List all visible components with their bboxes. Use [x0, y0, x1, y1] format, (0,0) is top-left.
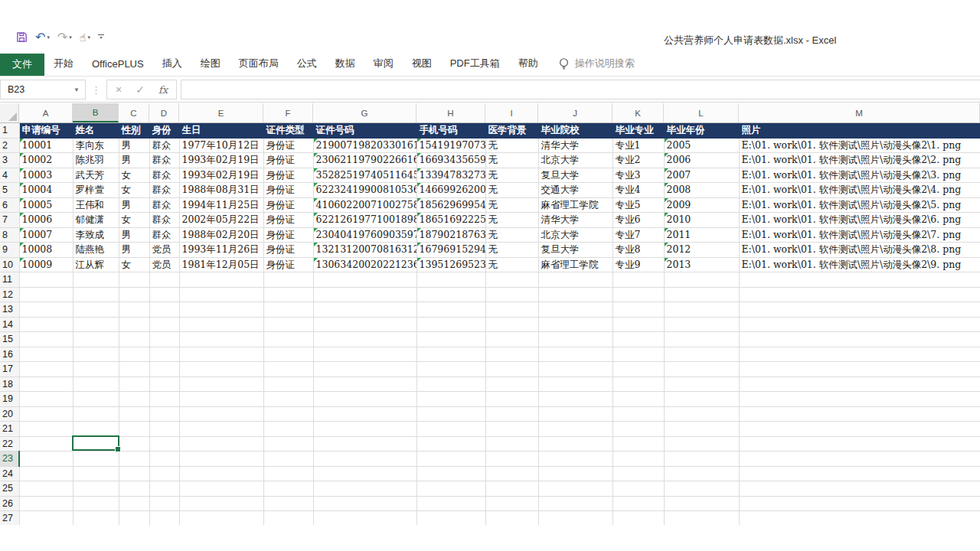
- cell-A13[interactable]: [19, 302, 73, 318]
- cell-F19[interactable]: [263, 392, 313, 407]
- name-box[interactable]: B23 ▼: [0, 80, 86, 99]
- cell-I24[interactable]: [485, 466, 538, 481]
- cell-G26[interactable]: [313, 496, 416, 511]
- tab-data[interactable]: 数据: [326, 57, 364, 70]
- cell-M3[interactable]: E:\01. work\01. 软件测试\照片\动漫头像2\2. png: [739, 153, 980, 168]
- cell-L19[interactable]: [664, 392, 739, 407]
- cell-H23[interactable]: [416, 452, 485, 467]
- cell-A16[interactable]: [19, 347, 73, 362]
- cell-E21[interactable]: [179, 422, 263, 437]
- cell-G1[interactable]: 证件号码: [313, 123, 416, 138]
- cell-I25[interactable]: [485, 481, 538, 497]
- cell-F24[interactable]: [263, 466, 313, 481]
- cell-G5[interactable]: 622324199008105364: [313, 183, 416, 198]
- cell-M22[interactable]: [739, 436, 980, 452]
- cell-L24[interactable]: [664, 466, 739, 481]
- cell-A5[interactable]: 10004: [19, 183, 73, 198]
- cell-I2[interactable]: 无: [485, 138, 538, 153]
- cell-E20[interactable]: [179, 406, 263, 422]
- cell-F26[interactable]: [263, 496, 313, 511]
- cell-J26[interactable]: [538, 496, 612, 511]
- cell-D20[interactable]: [149, 406, 179, 422]
- cell-E22[interactable]: [179, 436, 263, 452]
- cell-J9[interactable]: 复旦大学: [538, 243, 612, 258]
- cell-K12[interactable]: [612, 287, 664, 302]
- cell-B13[interactable]: [73, 302, 119, 318]
- undo-button[interactable]: ↶ ▾: [33, 31, 52, 44]
- cell-J3[interactable]: 北京大学: [538, 153, 612, 168]
- cell-E10[interactable]: 1981年12月05日: [179, 257, 263, 272]
- cell-F5[interactable]: 身份证: [263, 183, 313, 198]
- cell-I6[interactable]: 无: [485, 197, 538, 213]
- cell-L26[interactable]: [664, 496, 739, 511]
- cell-B21[interactable]: [73, 422, 119, 437]
- cell-B4[interactable]: 武天芳: [73, 168, 119, 183]
- cell-D24[interactable]: [149, 466, 179, 481]
- cell-I11[interactable]: [485, 272, 538, 288]
- cell-D27[interactable]: [149, 511, 179, 526]
- cell-E16[interactable]: [179, 347, 263, 362]
- cell-D1[interactable]: 身份: [149, 123, 179, 138]
- cell-A27[interactable]: [19, 511, 73, 526]
- cell-H22[interactable]: [416, 436, 485, 452]
- cell-L23[interactable]: [664, 452, 739, 467]
- row-header-9[interactable]: 9: [0, 243, 19, 258]
- cell-B16[interactable]: [73, 347, 119, 362]
- cell-J15[interactable]: [538, 332, 612, 347]
- cell-B6[interactable]: 王伟和: [73, 197, 119, 213]
- cell-G9[interactable]: 132131200708163129: [313, 243, 416, 258]
- row-header-7[interactable]: 7: [0, 213, 19, 228]
- cell-E14[interactable]: [179, 317, 263, 332]
- cell-K23[interactable]: [612, 452, 664, 467]
- row-header-15[interactable]: 15: [0, 332, 19, 347]
- cell-L17[interactable]: [664, 362, 739, 377]
- cell-A11[interactable]: [19, 272, 73, 288]
- cell-E6[interactable]: 1994年11月25日: [179, 197, 263, 213]
- row-header-24[interactable]: 24: [0, 466, 19, 481]
- cell-F12[interactable]: [263, 287, 313, 302]
- cell-E13[interactable]: [179, 302, 263, 318]
- column-header-G[interactable]: G: [313, 103, 416, 122]
- cell-I23[interactable]: [485, 452, 538, 467]
- cell-K15[interactable]: [612, 332, 664, 347]
- cell-M21[interactable]: [739, 422, 980, 437]
- cell-M16[interactable]: [739, 347, 980, 362]
- cell-H15[interactable]: [416, 332, 485, 347]
- cell-C9[interactable]: 男: [119, 243, 149, 258]
- cell-G13[interactable]: [313, 302, 416, 318]
- tab-formulas[interactable]: 公式: [288, 57, 326, 70]
- cell-B27[interactable]: [73, 511, 119, 526]
- tab-page-layout[interactable]: 页面布局: [230, 57, 288, 70]
- cell-E19[interactable]: [179, 392, 263, 407]
- cell-K16[interactable]: [612, 347, 664, 362]
- cell-H26[interactable]: [416, 496, 485, 511]
- cell-K5[interactable]: 专业4: [612, 183, 664, 198]
- column-header-K[interactable]: K: [612, 103, 664, 122]
- row-header-3[interactable]: 3: [0, 153, 19, 168]
- cell-D12[interactable]: [149, 287, 179, 302]
- cell-F16[interactable]: [263, 347, 313, 362]
- cell-L15[interactable]: [664, 332, 739, 347]
- cell-K11[interactable]: [612, 272, 664, 288]
- column-header-I[interactable]: I: [485, 103, 538, 122]
- cell-M6[interactable]: E:\01. work\01. 软件测试\照片\动漫头像2\5. png: [739, 197, 980, 213]
- cell-D7[interactable]: 群众: [149, 213, 179, 228]
- cell-F18[interactable]: [263, 377, 313, 392]
- cell-I20[interactable]: [485, 406, 538, 422]
- cell-M5[interactable]: E:\01. work\01. 软件测试\照片\动漫头像2\4. png: [739, 183, 980, 198]
- cell-D18[interactable]: [149, 377, 179, 392]
- cell-A18[interactable]: [19, 377, 73, 392]
- cell-M18[interactable]: [739, 377, 980, 392]
- cell-D23[interactable]: [149, 452, 179, 467]
- cell-C13[interactable]: [119, 302, 149, 318]
- cell-E27[interactable]: [179, 511, 263, 526]
- row-header-27[interactable]: 27: [0, 511, 19, 526]
- cell-M24[interactable]: [739, 466, 980, 481]
- cell-C12[interactable]: [119, 287, 149, 302]
- cell-G20[interactable]: [313, 406, 416, 422]
- cell-L7[interactable]: 2010: [664, 213, 739, 228]
- cell-K17[interactable]: [612, 362, 664, 377]
- cell-A6[interactable]: 10005: [19, 197, 73, 213]
- cell-M27[interactable]: [739, 511, 980, 526]
- cell-A25[interactable]: [19, 481, 73, 497]
